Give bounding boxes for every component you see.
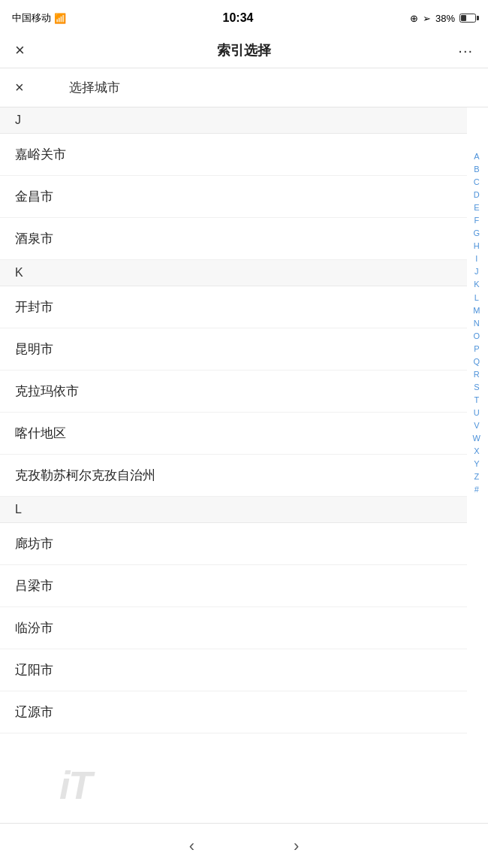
alpha-letter-#[interactable]: #: [471, 483, 482, 496]
alpha-letter-T[interactable]: T: [471, 394, 482, 407]
alpha-letter-L[interactable]: L: [471, 292, 482, 304]
alpha-letter-C[interactable]: C: [471, 176, 483, 189]
alpha-letter-I[interactable]: I: [472, 253, 480, 265]
list-item[interactable]: 嘉峪关市: [0, 134, 467, 176]
back-button[interactable]: ‹: [177, 830, 206, 862]
alpha-letter-O[interactable]: O: [471, 330, 483, 343]
alpha-letter-D[interactable]: D: [471, 189, 483, 201]
watermark-text: iT: [59, 763, 91, 808]
header-title: 索引选择: [217, 41, 271, 59]
wifi-icon: 📶: [54, 13, 66, 24]
alpha-letter-X[interactable]: X: [471, 445, 482, 458]
status-right: ⊕ ➢ 38%: [410, 13, 476, 24]
alpha-letter-G[interactable]: G: [471, 227, 483, 240]
alpha-letter-V[interactable]: V: [471, 419, 482, 432]
status-bar: 中国移动 📶 10:34 ⊕ ➢ 38%: [0, 0, 488, 33]
list-item[interactable]: 廊坊市: [0, 523, 467, 565]
header-bar: × 索引选择 ···: [0, 33, 488, 68]
list-item[interactable]: 昆明市: [0, 328, 467, 370]
alpha-letter-S[interactable]: S: [471, 381, 482, 394]
battery-percent: 38%: [435, 13, 455, 24]
alpha-letter-J[interactable]: J: [471, 265, 482, 278]
watermark-area: iT: [0, 755, 150, 815]
list-item[interactable]: 酒泉市: [0, 218, 467, 260]
content-area: J嘉峪关市金昌市酒泉市K开封市昆明市克拉玛依市喀什地区克孜勒苏柯尔克孜自治州L廊…: [0, 107, 488, 733]
carrier-text: 中国移动: [12, 11, 51, 25]
alpha-letter-P[interactable]: P: [471, 343, 482, 355]
alpha-letter-E[interactable]: E: [471, 201, 482, 214]
list-item[interactable]: 开封市: [0, 286, 467, 328]
battery-icon: [459, 14, 476, 23]
alpha-letter-B[interactable]: B: [471, 163, 482, 176]
alpha-letter-F[interactable]: F: [471, 214, 482, 227]
list-item[interactable]: 临汾市: [0, 607, 467, 649]
alpha-letter-U[interactable]: U: [471, 407, 483, 419]
select-close-button[interactable]: ×: [15, 79, 24, 96]
forward-button[interactable]: ›: [282, 830, 311, 862]
list-item[interactable]: 辽阳市: [0, 649, 467, 691]
bottom-navigation: ‹ ›: [0, 823, 488, 868]
compass-icon: ➢: [423, 13, 431, 24]
alpha-letter-Z[interactable]: Z: [471, 470, 482, 483]
alpha-letter-M[interactable]: M: [470, 304, 483, 317]
alpha-letter-N[interactable]: N: [471, 317, 483, 330]
alpha-letter-R[interactable]: R: [471, 368, 483, 381]
alpha-letter-Q[interactable]: Q: [471, 355, 483, 368]
time-display: 10:34: [223, 11, 254, 25]
location-icon: ⊕: [410, 13, 418, 24]
section-header-K: K: [0, 260, 467, 286]
header-more-button[interactable]: ···: [440, 42, 473, 59]
list-item[interactable]: 克孜勒苏柯尔克孜自治州: [0, 455, 467, 497]
alpha-letter-Y[interactable]: Y: [471, 458, 482, 470]
list-item[interactable]: 金昌市: [0, 176, 467, 218]
list-item[interactable]: 克拉玛依市: [0, 370, 467, 413]
select-row: × 选择城市: [0, 68, 488, 107]
section-header-L: L: [0, 497, 467, 523]
alpha-letter-K[interactable]: K: [471, 278, 482, 291]
header-close-button[interactable]: ×: [15, 41, 48, 60]
select-label: 选择城市: [69, 79, 120, 96]
status-left: 中国移动 📶: [12, 11, 66, 25]
alpha-letter-A[interactable]: A: [471, 150, 482, 163]
alphabet-sidebar: ABCDEFGHIJKLMNOPQRSTUVWXYZ#: [470, 150, 483, 496]
alpha-letter-W[interactable]: W: [470, 432, 483, 445]
list-item[interactable]: 喀什地区: [0, 413, 467, 455]
list-item[interactable]: 吕梁市: [0, 565, 467, 607]
section-header-J: J: [0, 107, 467, 134]
alpha-letter-H[interactable]: H: [471, 240, 483, 253]
list-item[interactable]: 辽源市: [0, 691, 467, 733]
